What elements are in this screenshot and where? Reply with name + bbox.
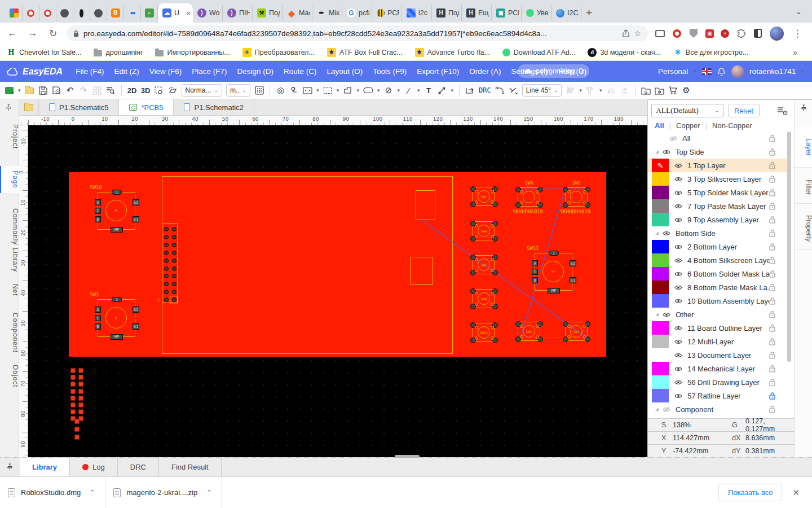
pad-mp[interactable]: MP — [111, 334, 123, 340]
layer-row-2-bottom-layer[interactable]: 2 Bottom Layer — [648, 240, 791, 253]
undo-button[interactable]: ↶ — [65, 84, 75, 97]
layer-color-swatch[interactable] — [652, 348, 669, 362]
layer-row-other[interactable]: Other — [648, 308, 791, 321]
header-pad[interactable] — [172, 243, 176, 247]
sidebar-tab-page[interactable]: Page — [0, 166, 19, 193]
lock-open-icon[interactable] — [769, 256, 776, 264]
header-pad[interactable] — [164, 259, 169, 263]
bookmark-item[interactable]: Download ATF Ad... — [502, 49, 576, 56]
line-tool[interactable]: ∕ — [404, 84, 413, 97]
project-folder-tab[interactable] — [19, 99, 39, 115]
download-caret-icon[interactable]: ⌃ — [90, 489, 95, 496]
layer-row-7-top-paste-mask-layer[interactable]: 7 Top Paste Mask Layer — [648, 199, 791, 213]
layer-color-swatch[interactable] — [652, 172, 669, 186]
encoder-sw11[interactable]: SW11+1MPACBS2S1 — [535, 253, 572, 291]
layer-row-12-multi-layer[interactable]: 12 Multi-Layer — [648, 335, 791, 348]
browser-tab--[interactable]: )ПІНО — [223, 5, 253, 21]
pad-tool-caret-icon[interactable]: ▾ — [316, 87, 319, 93]
menu-tools[interactable]: Tools (F9) — [368, 67, 412, 76]
download-item[interactable]: RobloxStudio.dmg⌃ — [0, 477, 105, 508]
browser-tab-i2c-[interactable]: i2c и — [402, 5, 432, 21]
pinned-tab[interactable] — [73, 5, 90, 21]
eye-icon[interactable] — [674, 366, 682, 371]
sidebar-tab-commonly-library[interactable]: Commonly Library — [0, 207, 19, 274]
layer-color-swatch[interactable] — [652, 240, 669, 253]
header-pad[interactable] — [164, 297, 169, 302]
panel-tab-property[interactable]: Property — [795, 207, 812, 250]
lock-open-icon[interactable] — [769, 283, 776, 291]
pad-a[interactable]: A — [95, 199, 101, 205]
reset-button[interactable]: Reset — [728, 104, 760, 117]
sidebar-tab-component[interactable]: Component — [0, 309, 19, 357]
browser-tab--[interactable]: ✒Мікр — [312, 5, 342, 21]
dock-tab-find-result[interactable]: Find Result — [159, 458, 222, 476]
pad-a[interactable]: A — [532, 260, 538, 266]
new-pcb-caret-icon[interactable]: ▾ — [18, 87, 21, 93]
url-field[interactable]: pro.easyeda.com/editor#id=7589d09648a74e… — [67, 25, 648, 41]
canvas-horizontal-scrollbar[interactable] — [395, 455, 420, 458]
pinned-tab[interactable] — [6, 5, 23, 21]
zoom-region-button[interactable] — [155, 84, 164, 97]
header-pad[interactable] — [172, 227, 176, 231]
eye-icon[interactable] — [674, 339, 682, 344]
pinned-tab[interactable] — [90, 5, 107, 21]
header-pad[interactable] — [172, 235, 176, 239]
route-angle-select[interactable]: Line 45°⌄ — [522, 84, 562, 97]
layer-row-9-top-assembly-layer[interactable]: 9 Top Assembly Layer — [648, 213, 791, 226]
tab-close-icon[interactable]: × — [186, 9, 191, 17]
adblock-extension-icon[interactable]: » — [721, 29, 729, 38]
layer-color-swatch[interactable] — [652, 294, 669, 308]
layer-color-swatch[interactable] — [652, 267, 669, 281]
pad-b[interactable]: B — [95, 323, 101, 330]
pad-b[interactable]: B — [95, 216, 101, 222]
view-angle-button[interactable] — [168, 84, 178, 97]
eye-icon[interactable] — [674, 271, 682, 277]
sidebar-tab-object[interactable]: Object — [0, 360, 19, 392]
find-similar-button[interactable] — [106, 84, 116, 97]
route-tool[interactable] — [495, 84, 505, 97]
browser-tab-pcf8[interactable]: PCF8 — [372, 5, 402, 21]
browser-tab-i2c-[interactable]: I2C м — [551, 5, 581, 21]
eye-icon[interactable] — [674, 326, 682, 331]
browser-tab-pcf8[interactable]: ▣PCF8 — [492, 5, 522, 21]
lock-open-icon[interactable] — [769, 161, 776, 169]
unplaced-pad[interactable] — [70, 368, 76, 373]
menu-design[interactable]: Design (D) — [232, 67, 279, 76]
pad-tool[interactable] — [303, 84, 312, 97]
reload-button[interactable]: ↻ — [46, 28, 60, 40]
sidebar-tab-project[interactable]: Project — [0, 119, 19, 155]
pad-mp[interactable]: MP — [548, 288, 560, 294]
unplaced-pad[interactable] — [78, 382, 83, 387]
align-caret-icon[interactable]: ▾ — [579, 87, 582, 93]
save-history-button[interactable] — [52, 84, 61, 97]
browser-tab--[interactable]: Увел — [522, 5, 551, 21]
header-pad[interactable] — [164, 274, 169, 278]
align-left-button[interactable] — [566, 84, 575, 97]
unplaced-pad[interactable] — [78, 368, 83, 373]
pad-mp[interactable]: MP — [111, 227, 123, 233]
filter-tab-all[interactable]: All — [655, 121, 664, 130]
pad-s2[interactable]: S2 — [133, 199, 139, 205]
menu-layout[interactable]: Layout (O) — [322, 67, 368, 76]
browser-tab--[interactable]: HЕщё — [462, 5, 492, 21]
eye-icon[interactable] — [674, 177, 682, 182]
polygon-tool[interactable] — [343, 84, 352, 97]
panel-tab-filter[interactable]: Filter — [795, 171, 812, 204]
header-pad[interactable] — [164, 243, 169, 247]
menu-file[interactable]: File (F4) — [70, 67, 109, 76]
header-pad[interactable] — [172, 290, 176, 294]
pcb-canvas[interactable]: SW10+1MPACBS2S1SW3+1MPACBS2S1SW11+1MPACB… — [28, 125, 647, 457]
download-item[interactable]: magento-2-ukrai....zip⌃ — [105, 477, 222, 508]
header-pad[interactable] — [164, 227, 169, 231]
back-button[interactable]: ← — [6, 28, 19, 39]
eye-icon[interactable] — [674, 299, 682, 304]
keepout-caret-icon[interactable]: ▾ — [397, 87, 400, 93]
unplaced-pad[interactable] — [78, 375, 83, 380]
notifications-bell-icon[interactable] — [717, 67, 726, 76]
show-all-downloads-button[interactable]: Показать все — [718, 484, 782, 501]
eye-icon[interactable] — [674, 244, 682, 249]
menu-edit[interactable]: Edit (Z) — [109, 67, 144, 76]
save-button[interactable] — [38, 84, 48, 97]
pinned-tab[interactable]: B — [107, 5, 124, 21]
lock-open-icon[interactable] — [769, 202, 776, 210]
